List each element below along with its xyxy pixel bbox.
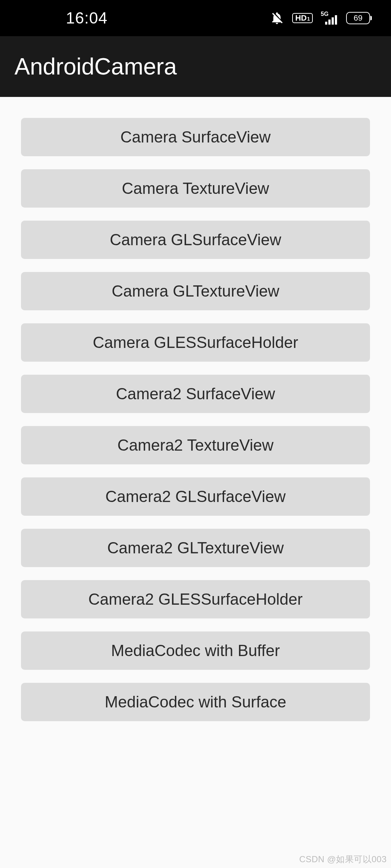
svg-rect-3 [332,17,334,25]
battery-icon: 69 [346,12,370,24]
camera2-glsurfaceview-button[interactable]: Camera2 GLSurfaceView [21,477,370,516]
svg-rect-1 [325,22,327,25]
svg-rect-2 [328,20,331,25]
camera-surfaceview-button[interactable]: Camera SurfaceView [21,118,370,156]
camera-glsurfaceview-button[interactable]: Camera GLSurfaceView [21,221,370,259]
status-bar: 16:04 HD1 5G 69 [0,0,391,36]
app-title: AndroidCamera [14,53,177,80]
mediacodec-surface-button[interactable]: MediaCodec with Surface [21,683,370,721]
camera-gltextureview-button[interactable]: Camera GLTextureView [21,272,370,310]
button-list: Camera SurfaceView Camera TextureView Ca… [0,97,391,721]
svg-rect-4 [335,15,337,25]
camera2-textureview-button[interactable]: Camera2 TextureView [21,426,370,464]
svg-text:5G: 5G [321,11,328,17]
battery-level: 69 [354,13,362,23]
camera2-gltextureview-button[interactable]: Camera2 GLTextureView [21,529,370,567]
network-5g-icon: 5G [321,11,338,25]
mediacodec-buffer-button[interactable]: MediaCodec with Buffer [21,631,370,670]
hd-icon: HD1 [292,13,313,23]
camera-textureview-button[interactable]: Camera TextureView [21,169,370,208]
status-icons: HD1 5G 69 [270,11,370,25]
app-bar: AndroidCamera [0,36,391,97]
status-time: 16:04 [66,9,108,27]
camera2-glessurfaceholder-button[interactable]: Camera2 GLESSurfaceHolder [21,580,370,618]
watermark: CSDN @如果可以003 [299,854,387,865]
camera-glessurfaceholder-button[interactable]: Camera GLESSurfaceHolder [21,323,370,362]
camera2-surfaceview-button[interactable]: Camera2 SurfaceView [21,375,370,413]
mute-icon [270,11,284,25]
